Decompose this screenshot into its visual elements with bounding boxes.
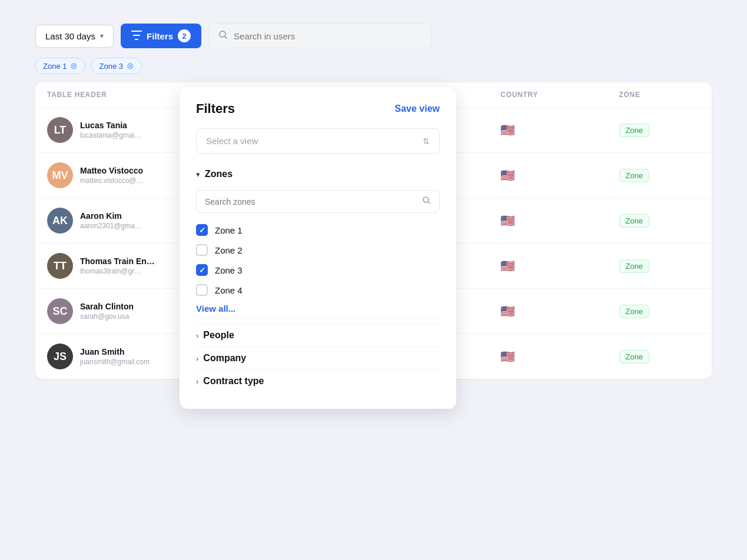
user-email: juansmith@gmail.com	[80, 358, 150, 366]
country-flag: 🇺🇸	[500, 214, 515, 227]
zone3-chip-label: Zone 3	[99, 62, 122, 71]
view-all-zones-button[interactable]: View all...	[196, 300, 235, 314]
collapsed-section-label: People	[203, 330, 234, 341]
user-email: matteo.vistocco@…	[80, 176, 144, 185]
col-header-zone: ZONE	[607, 82, 712, 108]
zone3-chip-close-icon[interactable]: ⊗	[127, 61, 134, 71]
zone-badge: Zone	[619, 169, 650, 182]
country-cell-5: 🇺🇸	[489, 334, 607, 379]
filter-chips-row: Zone 1 ⊗ Zone 3 ⊗	[35, 58, 712, 74]
collapsed-filter-sections: › People › Company › Contract type	[196, 324, 440, 392]
zone-checkbox-label-2: Zone 3	[215, 265, 243, 275]
zone-search-bar	[196, 190, 440, 213]
zone1-chip[interactable]: Zone 1 ⊗	[35, 58, 85, 74]
zone-badge: Zone	[619, 214, 650, 228]
zone-cell-3: Zone	[607, 244, 712, 289]
filter-panel-title: Filters	[196, 101, 235, 116]
zones-section-header[interactable]: ▾ Zones	[196, 164, 440, 184]
search-bar	[208, 24, 432, 48]
country-cell-0: 🇺🇸	[489, 108, 607, 153]
zone-cell-1: Zone	[607, 153, 712, 198]
zone-checkboxes-list: Zone 1 Zone 2 Zone 3 Zone 4	[196, 220, 440, 300]
view-select-arrows-icon: ⇅	[423, 136, 430, 146]
zone-checkbox-0[interactable]	[196, 224, 208, 236]
zone-checkbox-item-1[interactable]: Zone 2	[196, 240, 440, 260]
zone-badge: Zone	[619, 124, 650, 137]
avatar: AK	[47, 208, 73, 234]
zones-section-label: Zones	[205, 169, 233, 179]
avatar: LT	[47, 117, 73, 143]
save-view-button[interactable]: Save view	[395, 104, 440, 114]
collapsed-chevron-right-icon: ›	[196, 354, 198, 363]
filter-panel-header: Filters Save view	[196, 101, 440, 116]
zones-chevron-down-icon: ▾	[196, 170, 200, 179]
date-picker-label: Last 30 days	[45, 31, 95, 41]
country-cell-4: 🇺🇸	[489, 289, 607, 334]
filters-label: Filters	[147, 31, 173, 41]
avatar: TT	[47, 253, 73, 279]
collapsed-section-1[interactable]: › Company	[196, 346, 440, 369]
country-cell-3: 🇺🇸	[489, 244, 607, 289]
collapsed-section-label: Contract type	[203, 376, 264, 386]
zone-search-input[interactable]	[205, 197, 417, 206]
chevron-down-icon: ▾	[100, 32, 104, 40]
date-picker-button[interactable]: Last 30 days ▾	[35, 25, 114, 48]
zone1-chip-label: Zone 1	[43, 62, 67, 71]
country-flag: 🇺🇸	[500, 124, 515, 136]
user-email: thomas3train@gr…	[80, 267, 155, 275]
zone-cell-5: Zone	[607, 334, 712, 379]
search-icon	[218, 30, 228, 42]
avatar: MV	[47, 162, 73, 188]
zone-checkbox-label-3: Zone 4	[215, 285, 243, 295]
collapsed-section-label: Company	[203, 353, 246, 364]
zone-checkbox-1[interactable]	[196, 244, 208, 256]
zone-checkbox-item-2[interactable]: Zone 3	[196, 260, 440, 280]
filter-panel: Filters Save view Select a view ⇅ ▾ Zone…	[180, 87, 456, 409]
user-name: Juan Smith	[80, 347, 150, 356]
zone-checkbox-label-0: Zone 1	[215, 225, 243, 235]
view-select: Select a view ⇅	[196, 128, 440, 154]
filter-icon	[131, 31, 142, 42]
avatar: JS	[47, 344, 73, 369]
country-cell-1: 🇺🇸	[489, 153, 607, 198]
zone-cell-4: Zone	[607, 289, 712, 334]
avatar: SC	[47, 298, 73, 324]
zone-checkbox-2[interactable]	[196, 264, 208, 276]
country-flag: 🇺🇸	[500, 305, 515, 318]
user-name: Matteo Vistocco	[80, 166, 144, 175]
user-email: aaron2301@gma…	[80, 222, 142, 230]
user-email: sarah@gov.usa	[80, 312, 134, 321]
collapsed-chevron-right-icon: ›	[196, 377, 198, 386]
zone-badge: Zone	[619, 305, 650, 318]
user-email: lucastania@gmai…	[80, 131, 141, 139]
toolbar: Last 30 days ▾ Filters 2	[35, 24, 712, 48]
zone-checkbox-label-1: Zone 2	[215, 245, 243, 255]
collapsed-section-0[interactable]: › People	[196, 324, 440, 346]
zone1-chip-close-icon[interactable]: ⊗	[70, 61, 78, 71]
filters-count-badge: 2	[178, 29, 191, 42]
country-cell-2: 🇺🇸	[489, 198, 607, 244]
zone-checkbox-item-3[interactable]: Zone 4	[196, 280, 440, 300]
country-flag: 🇺🇸	[500, 259, 515, 272]
zone3-chip[interactable]: Zone 3 ⊗	[91, 58, 141, 74]
view-select-box[interactable]: Select a view ⇅	[196, 128, 440, 154]
zone-cell-2: Zone	[607, 198, 712, 244]
user-name: Sarah Clinton	[80, 302, 134, 311]
zone-checkbox-item-0[interactable]: Zone 1	[196, 220, 440, 240]
zones-section: ▾ Zones Zone 1 Zone 2 Zone 3 Zone 4	[196, 164, 440, 314]
user-name: Thomas Train En…	[80, 256, 155, 266]
collapsed-chevron-right-icon: ›	[196, 331, 198, 340]
zone-search-icon	[422, 196, 431, 207]
filters-button[interactable]: Filters 2	[121, 24, 201, 48]
user-name: Aaron Kim	[80, 211, 142, 221]
zone-cell-0: Zone	[607, 108, 712, 153]
user-name: Lucas Tania	[80, 121, 141, 130]
search-input[interactable]	[234, 31, 422, 41]
zone-checkbox-3[interactable]	[196, 284, 208, 296]
col-header-country: COUNTRY	[489, 82, 607, 108]
country-flag: 🇺🇸	[500, 350, 515, 363]
collapsed-section-2[interactable]: › Contract type	[196, 369, 440, 392]
country-flag: 🇺🇸	[500, 169, 515, 182]
zone-badge: Zone	[619, 259, 650, 273]
view-select-placeholder: Select a view	[206, 136, 258, 146]
